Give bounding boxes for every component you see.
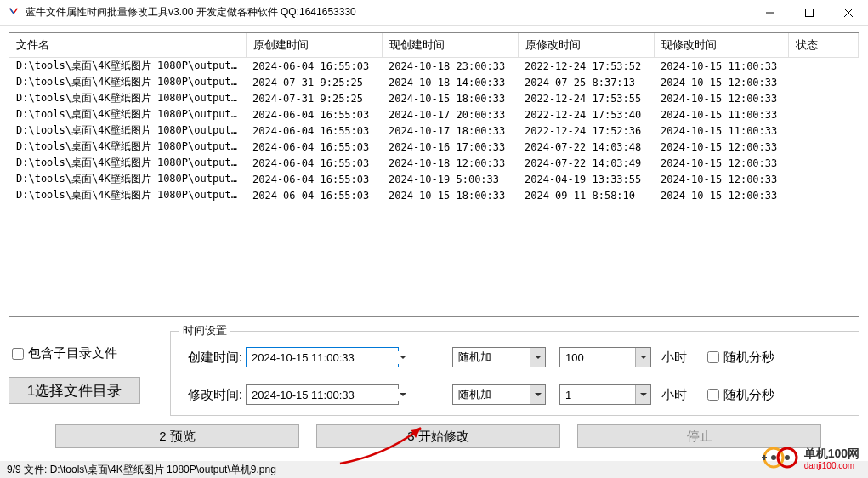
svg-point-8 xyxy=(785,455,790,460)
table-row[interactable]: D:\tools\桌面\4K壁纸图片 1080P\output\单机…2024-… xyxy=(9,139,859,155)
cell: 2024-07-22 14:03:48 xyxy=(518,139,654,155)
table-row[interactable]: D:\tools\桌面\4K壁纸图片 1080P\output\单机…2024-… xyxy=(9,187,859,203)
close-button[interactable] xyxy=(829,0,868,25)
col-orig-modify[interactable]: 原修改时间 xyxy=(518,33,654,58)
create-time-label: 创建时间: xyxy=(181,350,242,366)
cell: 2024-10-15 12:00:33 xyxy=(654,155,788,171)
cell: 2022-12-24 17:53:52 xyxy=(518,58,654,75)
table-row[interactable]: D:\tools\桌面\4K壁纸图片 1080P\output\单机…2024-… xyxy=(9,74,859,90)
unit-label: 小时 xyxy=(661,350,687,366)
minimize-button[interactable] xyxy=(751,0,790,25)
logo-url: danji100.com xyxy=(804,461,859,471)
svg-point-7 xyxy=(771,455,776,460)
chevron-down-icon[interactable] xyxy=(400,393,406,396)
cell: 2024-10-17 20:00:33 xyxy=(382,106,518,122)
cell: 2024-10-18 23:00:33 xyxy=(382,58,518,75)
cell xyxy=(788,74,859,90)
logo-icon xyxy=(762,445,801,473)
cell: 2024-10-19 5:00:33 xyxy=(382,171,518,187)
chevron-down-icon[interactable] xyxy=(635,385,650,404)
random-ms-checkbox-1[interactable] xyxy=(707,351,719,363)
svg-rect-1 xyxy=(806,9,814,16)
cell: 2024-09-11 8:58:10 xyxy=(518,187,654,203)
table-row[interactable]: D:\tools\桌面\4K壁纸图片 1080P\output\单机…2024-… xyxy=(9,171,859,187)
app-icon xyxy=(7,6,20,20)
cell: 2024-10-15 11:00:33 xyxy=(654,106,788,122)
col-now-create[interactable]: 现创建时间 xyxy=(382,33,518,58)
file-table[interactable]: 文件名 原创建时间 现创建时间 原修改时间 现修改时间 状态 D:\tools\… xyxy=(9,32,859,317)
chevron-down-icon[interactable] xyxy=(635,348,650,367)
cell: 2024-10-15 12:00:33 xyxy=(654,171,788,187)
cell: D:\tools\桌面\4K壁纸图片 1080P\output\单机… xyxy=(9,155,246,171)
cell: 2024-07-25 8:37:13 xyxy=(518,74,654,90)
preview-button[interactable]: 2 预览 xyxy=(55,424,299,448)
create-time-input[interactable] xyxy=(247,351,400,364)
cell: 2024-06-04 16:55:03 xyxy=(246,58,382,75)
cell: 2024-10-15 18:00:33 xyxy=(382,187,518,203)
table-row[interactable]: D:\tools\桌面\4K壁纸图片 1080P\output\单机…2024-… xyxy=(9,90,859,106)
random-mode-select-2[interactable] xyxy=(452,384,546,405)
time-settings-group: 时间设置 创建时间: 小时 xyxy=(170,331,859,416)
random-value-select-2[interactable] xyxy=(559,384,651,405)
random-ms-label: 随机分秒 xyxy=(723,387,774,403)
cell xyxy=(788,90,859,106)
include-subdir-label: 包含子目录文件 xyxy=(28,345,117,361)
cell: 2024-07-31 9:25:25 xyxy=(246,74,382,90)
cell: 2024-10-15 18:00:33 xyxy=(382,90,518,106)
random-ms-checkbox-2[interactable] xyxy=(707,389,719,401)
start-button[interactable]: 3 开始修改 xyxy=(316,424,560,448)
cell: 2024-07-31 9:25:25 xyxy=(246,90,382,106)
table-row[interactable]: D:\tools\桌面\4K壁纸图片 1080P\output\单机…2024-… xyxy=(9,155,859,171)
cell: 2024-06-04 16:55:03 xyxy=(246,155,382,171)
chevron-down-icon[interactable] xyxy=(400,356,406,359)
chevron-down-icon[interactable] xyxy=(530,348,545,367)
table-row[interactable]: D:\tools\桌面\4K壁纸图片 1080P\output\单机…2024-… xyxy=(9,106,859,122)
cell: 2022-12-24 17:53:55 xyxy=(518,90,654,106)
cell: 2022-12-24 17:53:40 xyxy=(518,106,654,122)
modify-time-combo[interactable] xyxy=(246,384,399,405)
col-status[interactable]: 状态 xyxy=(788,33,859,58)
watermark-logo: 单机100网 danji100.com xyxy=(762,445,859,473)
cell: D:\tools\桌面\4K壁纸图片 1080P\output\单机… xyxy=(9,187,246,203)
window-title: 蓝牛文件属性时间批量修改工具v3.00 开发定做各种软件 QQ:16416533… xyxy=(26,5,751,20)
cell: D:\tools\桌面\4K壁纸图片 1080P\output\单机… xyxy=(9,58,246,75)
cell: 2024-07-22 14:03:49 xyxy=(518,155,654,171)
cell: 2024-06-04 16:55:03 xyxy=(246,171,382,187)
cell: 2024-10-15 11:00:33 xyxy=(654,122,788,139)
unit-label: 小时 xyxy=(661,387,687,403)
cell xyxy=(788,171,859,187)
modify-time-label: 修改时间: xyxy=(181,387,242,403)
col-filename[interactable]: 文件名 xyxy=(9,33,246,58)
cell: 2024-06-04 16:55:03 xyxy=(246,187,382,203)
cell: 2022-12-24 17:52:36 xyxy=(518,122,654,139)
cell: D:\tools\桌面\4K壁纸图片 1080P\output\单机… xyxy=(9,106,246,122)
cell xyxy=(788,139,859,155)
cell: 2024-10-15 12:00:33 xyxy=(654,139,788,155)
group-title: 时间设置 xyxy=(179,323,230,339)
create-time-combo[interactable] xyxy=(246,347,399,367)
col-now-modify[interactable]: 现修改时间 xyxy=(654,33,788,58)
logo-title: 单机100网 xyxy=(804,447,859,461)
cell: 2024-06-04 16:55:03 xyxy=(246,139,382,155)
random-mode-select-1[interactable] xyxy=(452,347,546,367)
col-orig-create[interactable]: 原创建时间 xyxy=(246,33,382,58)
status-bar: 9/9 文件: D:\tools\桌面\4K壁纸图片 1080P\output\… xyxy=(0,461,868,478)
select-dir-button[interactable]: 1选择文件目录 xyxy=(9,377,140,404)
cell: 2024-10-18 14:00:33 xyxy=(382,74,518,90)
cell: D:\tools\桌面\4K壁纸图片 1080P\output\单机… xyxy=(9,74,246,90)
table-row[interactable]: D:\tools\桌面\4K壁纸图片 1080P\output\单机…2024-… xyxy=(9,122,859,139)
table-row[interactable]: D:\tools\桌面\4K壁纸图片 1080P\output\单机…2024-… xyxy=(9,58,859,75)
include-subdir-checkbox[interactable] xyxy=(12,348,24,360)
maximize-button[interactable] xyxy=(790,0,829,25)
chevron-down-icon[interactable] xyxy=(530,385,545,404)
cell: D:\tools\桌面\4K壁纸图片 1080P\output\单机… xyxy=(9,122,246,139)
cell xyxy=(788,187,859,203)
modify-time-input[interactable] xyxy=(247,389,400,401)
cell: 2024-10-15 12:00:33 xyxy=(654,187,788,203)
random-ms-label: 随机分秒 xyxy=(723,350,774,366)
cell: 2024-06-04 16:55:03 xyxy=(246,122,382,139)
cell: 2024-10-15 12:00:33 xyxy=(654,90,788,106)
cell: D:\tools\桌面\4K壁纸图片 1080P\output\单机… xyxy=(9,171,246,187)
cell xyxy=(788,58,859,75)
random-value-select-1[interactable] xyxy=(559,347,651,367)
